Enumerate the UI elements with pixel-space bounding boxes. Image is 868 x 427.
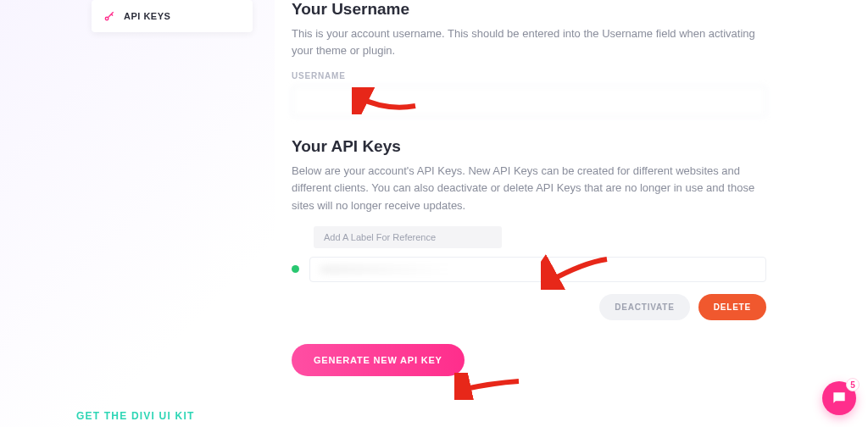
- chat-icon: [831, 390, 848, 407]
- sidebar-item-label: API KEYS: [124, 11, 170, 21]
- api-keys-heading: Your API Keys: [292, 137, 766, 156]
- username-heading: Your Username: [292, 0, 766, 19]
- promo-link[interactable]: GET THE DIVI UI KIT: [76, 410, 194, 422]
- api-key-row: [292, 257, 766, 282]
- username-description: This is your account username. This shou…: [292, 25, 766, 59]
- generate-api-key-button[interactable]: GENERATE NEW API KEY: [292, 344, 465, 376]
- status-dot-active: [292, 265, 299, 273]
- key-icon: [103, 10, 115, 22]
- username-field-label: USERNAME: [292, 71, 766, 80]
- api-keys-description: Below are your account's API Keys. New A…: [292, 163, 766, 214]
- svg-point-0: [105, 17, 108, 20]
- deactivate-button[interactable]: DEACTIVATE: [599, 294, 689, 320]
- main-panel: Your Username This is your account usern…: [275, 0, 783, 402]
- api-key-value[interactable]: [309, 257, 766, 282]
- delete-button[interactable]: DELETE: [698, 294, 766, 320]
- sidebar-item-api-keys[interactable]: API KEYS: [92, 0, 253, 32]
- username-input[interactable]: [292, 86, 766, 117]
- chat-widget-button[interactable]: 5: [822, 381, 856, 415]
- chat-badge-count: 5: [846, 378, 860, 391]
- api-key-label-input[interactable]: Add A Label For Reference: [314, 226, 502, 248]
